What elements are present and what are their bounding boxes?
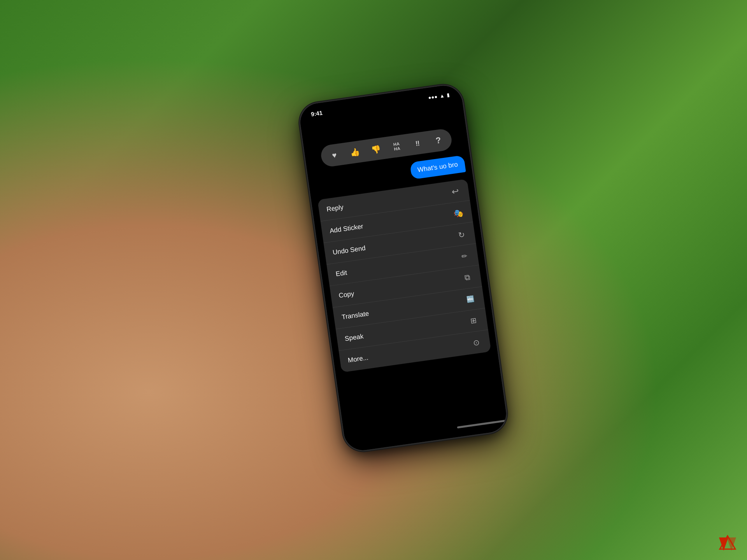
more-icon: ⊙ — [470, 337, 482, 348]
edit-label: Edit — [335, 269, 348, 278]
undo-send-label: Undo Send — [332, 244, 366, 257]
ap-logo — [716, 533, 739, 552]
battery-icon: ▮ — [447, 92, 450, 98]
time-display: 9:41 — [310, 109, 323, 117]
haha-reaction[interactable]: HAHA — [389, 138, 405, 154]
signal-icon: ●●● — [428, 93, 438, 100]
translate-icon: 🔤 — [465, 295, 476, 304]
translate-label: Translate — [341, 310, 369, 321]
wifi-icon: ▲ — [439, 93, 445, 99]
more-label: More... — [347, 354, 369, 364]
copy-label: Copy — [338, 290, 354, 299]
reply-icon: ↩ — [449, 186, 461, 197]
message-bubble: What's uo bro — [410, 155, 466, 180]
message-text: What's uo bro — [417, 161, 458, 173]
sticker-icon: 🎭 — [452, 208, 465, 219]
undo-icon: ↻ — [455, 229, 467, 240]
emphasize-reaction[interactable]: ‼ — [410, 135, 426, 151]
thumbsup-reaction[interactable]: 👍 — [347, 144, 363, 160]
thumbsdown-reaction[interactable]: 👎 — [368, 142, 384, 158]
heart-reaction[interactable]: ♥ — [326, 147, 342, 163]
status-icons: ●●● ▲ ▮ — [428, 92, 450, 101]
edit-icon: ✏ — [458, 251, 470, 261]
add-sticker-label: Add Sticker — [329, 222, 364, 235]
reply-label: Reply — [326, 203, 344, 214]
copy-icon: ⧉ — [461, 272, 473, 283]
speak-icon: ⊞ — [468, 315, 480, 326]
speak-label: Speak — [344, 332, 364, 343]
ap-logo-svg — [716, 533, 739, 552]
question-reaction[interactable]: ? — [430, 133, 446, 149]
context-menu: Reply ↩ Add Sticker 🎭 Undo Send ↻ Edit ✏ — [317, 179, 491, 373]
